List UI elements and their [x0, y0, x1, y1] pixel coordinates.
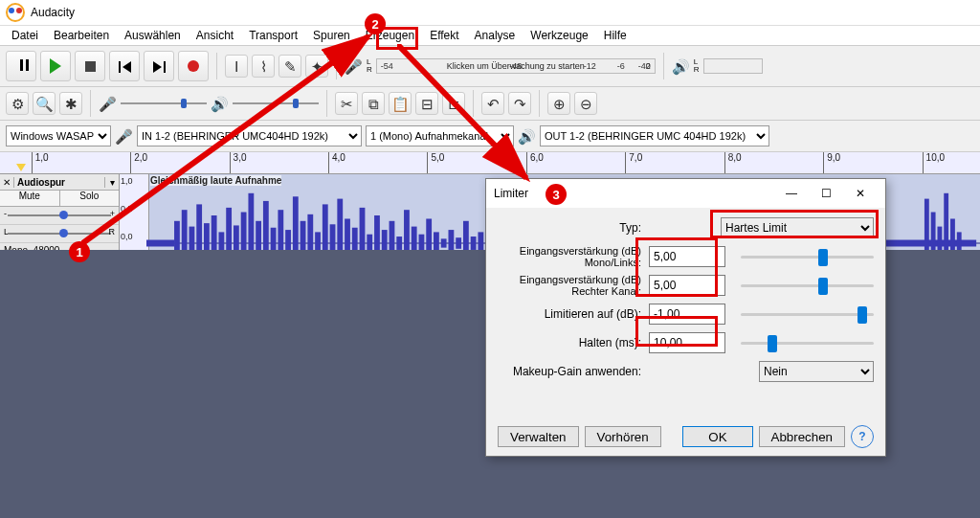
menu-tracks[interactable]: Spuren [305, 27, 358, 44]
silence-button[interactable]: ⊏ [442, 92, 465, 115]
gain-mono-label: Eingangsverstärkung (dB)Mono/Links: [498, 245, 641, 268]
copy-icon: ⧉ [368, 97, 379, 111]
minimize-button[interactable]: — [774, 183, 809, 204]
tool-multi[interactable]: ✦ [305, 55, 328, 78]
track-menu-button[interactable]: ▾ [104, 177, 119, 188]
titlebar: Audacity [0, 0, 980, 26]
hold-slider[interactable] [741, 333, 874, 352]
help-button[interactable]: ? [851, 425, 874, 448]
track-name[interactable]: Audiospur [14, 177, 104, 188]
record-meter[interactable]: -54 -48 -42 Klicken um Überwachung zu st… [376, 58, 656, 74]
silence-icon: ⊏ [448, 97, 460, 111]
redo-button[interactable]: ↷ [508, 92, 531, 115]
preview-button[interactable]: Vorhören [585, 426, 661, 447]
gain-right-input[interactable] [649, 275, 725, 296]
playback-meter[interactable] [703, 58, 763, 74]
limiter-dialog: Limiter — ☐ ✕ Typ: Hartes Limit Eingangs… [485, 178, 886, 457]
menu-transport[interactable]: Transport [241, 27, 305, 44]
redo-icon: ↷ [514, 97, 526, 111]
hold-input[interactable] [649, 332, 725, 353]
audio-host-select[interactable]: Windows WASAPI [6, 125, 111, 146]
star-icon: ✱ [65, 97, 78, 111]
menu-view[interactable]: Ansicht [189, 27, 241, 44]
mic-icon: 🎤 [345, 59, 363, 74]
undo-button[interactable]: ↶ [481, 92, 504, 115]
play-cursor-icon [16, 164, 26, 171]
pan-left: L [4, 227, 9, 236]
input-device-select[interactable]: IN 1-2 (BEHRINGER UMC404HD 192k) [137, 125, 362, 146]
menu-edit[interactable]: Bearbeiten [46, 27, 117, 44]
skip-end-button[interactable] [144, 51, 174, 81]
zoom-out-button[interactable]: ⊖ [574, 92, 597, 115]
menu-help[interactable]: Hilfe [596, 27, 635, 44]
menu-analyze[interactable]: Analyse [467, 27, 523, 44]
type-select[interactable]: Hartes Limit [721, 217, 874, 238]
svg-rect-42 [471, 236, 477, 250]
limit-slider[interactable] [741, 304, 874, 324]
setup-button[interactable]: ⚙ [6, 92, 29, 115]
menu-tools[interactable]: Werkzeuge [523, 27, 595, 44]
stop-icon [85, 61, 96, 72]
record-button[interactable] [178, 51, 209, 81]
mic-icon: 🎤 [99, 97, 117, 111]
skip-start-button[interactable] [109, 51, 140, 81]
audacity-window: Audacity Datei Bearbeiten Auswählen Ansi… [0, 0, 980, 518]
dialog-footer: Verwalten Vorhören OK Abbrechen ? [486, 425, 885, 448]
zoom-in-button[interactable]: ⊕ [547, 92, 570, 115]
pan-slider[interactable]: L R [0, 225, 119, 243]
tool-selection[interactable]: Ⅰ [225, 55, 248, 78]
play-meter-lr: LR [694, 58, 700, 74]
limit-input[interactable] [649, 304, 725, 325]
stop-button[interactable] [75, 51, 105, 81]
pause-button[interactable] [6, 51, 36, 81]
menu-effect[interactable]: Effekt [422, 27, 466, 44]
output-device-select[interactable]: OUT 1-2 (BEHRINGER UMC 404HD 192k) [540, 125, 769, 146]
trim-icon: ⊟ [421, 97, 434, 111]
tool-envelope[interactable]: ⌇ [252, 55, 275, 78]
pencil-icon: ✎ [284, 59, 297, 74]
gain-right-slider[interactable] [741, 276, 874, 295]
hold-label: Halten (ms): [498, 336, 641, 349]
cut-button[interactable]: ✂ [335, 92, 358, 115]
solo-button[interactable]: Solo [60, 191, 120, 206]
trim-button[interactable]: ⊟ [415, 92, 438, 115]
annotation-marker-1: 1 [69, 241, 90, 262]
svg-rect-32 [396, 236, 402, 250]
menubar: Datei Bearbeiten Auswählen Ansicht Trans… [0, 26, 980, 46]
mute-button[interactable]: Mute [0, 191, 60, 206]
timeline-ruler[interactable]: 1,0 2,0 3,0 4,0 5,0 6,0 7,0 8,0 9,0 10,0 [0, 152, 980, 174]
edit-toolbar: ⚙ 🔍 ✱ 🎤 🔊 ✂ ⧉ 📋 ⊟ ⊏ ↶ ↷ ⊕ ⊖ [0, 87, 980, 121]
star-button[interactable]: ✱ [59, 92, 82, 115]
close-button[interactable]: ✕ [843, 183, 878, 204]
meter-tick: -54 [381, 61, 393, 71]
tool-draw[interactable]: ✎ [278, 55, 301, 78]
meter-hint: Klicken um Überwachung zu starten [447, 61, 585, 71]
clip-title[interactable]: Gleichmäßig laute Aufnahme [150, 175, 281, 186]
paste-button[interactable]: 📋 [389, 92, 412, 115]
annotation-marker-3: 3 [546, 184, 567, 205]
svg-rect-40 [456, 237, 461, 249]
maximize-button[interactable]: ☐ [809, 183, 843, 204]
gain-mono-slider[interactable] [741, 247, 874, 266]
ruler-label: 1,0 [35, 152, 49, 163]
menu-select[interactable]: Auswählen [117, 27, 189, 44]
track-close-button[interactable]: ✕ [0, 177, 14, 188]
makeup-select[interactable]: Nein [759, 361, 874, 382]
zoom-button[interactable]: 🔍 [33, 92, 56, 115]
cancel-button[interactable]: Abbrechen [759, 426, 845, 447]
device-toolbar: Windows WASAPI 🎤 IN 1-2 (BEHRINGER UMC40… [0, 121, 980, 152]
svg-rect-1 [146, 240, 174, 247]
ruler-label: 9,0 [827, 152, 840, 163]
meter-tick: -12 [584, 61, 596, 71]
transport-toolbar: Ⅰ ⌇ ✎ ✦ 🎤 LR -54 -48 -42 Klicken um Über… [0, 46, 980, 87]
play-volume-slider[interactable] [233, 98, 319, 109]
ok-button[interactable]: OK [682, 426, 752, 447]
gain-slider[interactable]: - + [0, 207, 119, 225]
input-channels-select[interactable]: 1 (Mono) Aufnahmekanal [366, 125, 514, 146]
rec-volume-slider[interactable] [121, 98, 207, 109]
menu-file[interactable]: Datei [4, 27, 46, 44]
manage-button[interactable]: Verwalten [498, 426, 579, 447]
play-button[interactable] [40, 51, 71, 81]
copy-button[interactable]: ⧉ [362, 92, 385, 115]
gain-mono-input[interactable] [649, 246, 725, 267]
